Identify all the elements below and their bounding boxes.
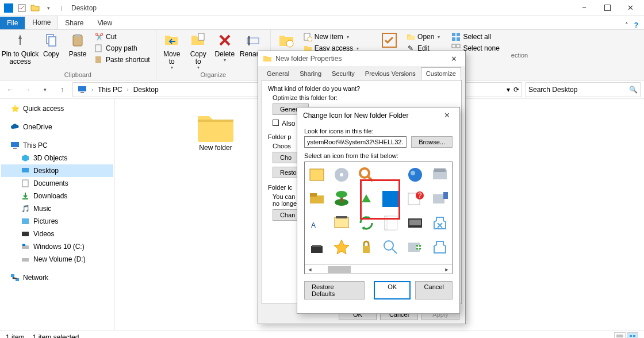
icondlg-cancel-button[interactable]: Cancel [415,281,453,299]
svg-rect-27 [22,180,28,187]
cut-button[interactable]: ✂️Cut [92,31,152,43]
tab-home[interactable]: Home [25,16,58,29]
icon-option[interactable] [307,164,327,185]
restore-defaults-button[interactable]: Restore Defaults [304,281,365,299]
paste-button[interactable]: Paste [66,31,90,58]
sb-label: Network [23,274,48,282]
back-button[interactable]: ← [3,83,17,97]
chevron-right-icon[interactable]: › [125,87,131,93]
icon-scrollbar[interactable]: ◄ ► [305,264,452,274]
search-input[interactable]: Search Desktop 🔍 [526,82,641,97]
icon-option[interactable] [430,237,450,258]
sidebar-thispc[interactable]: This PC [1,139,113,152]
recent-dropdown-icon[interactable]: ▾ [38,83,52,97]
svg-rect-9 [198,33,204,40]
tab-view[interactable]: View [90,17,119,29]
icon-path-input[interactable] [304,136,407,148]
select-all-button[interactable]: Select all [449,31,501,43]
svg-rect-7 [95,45,101,52]
pin-quick-access-button[interactable]: Pin to Quick access [3,31,37,66]
icon-option[interactable]: ? [405,189,425,209]
tab-share[interactable]: Share [58,17,90,29]
open-button[interactable]: Open▾ [404,31,442,43]
qat-separator: | [55,2,68,14]
sidebar-3d[interactable]: 3D Objects [1,152,113,164]
icon-option[interactable] [430,213,450,233]
tab-sharing[interactable]: Sharing [294,67,327,80]
choose-file-button[interactable]: Cho [273,152,299,163]
bc-dropdown-icon[interactable]: ▾ [507,86,510,94]
sidebar-downloads[interactable]: Downloads [1,190,113,202]
icon-option[interactable] [381,237,401,258]
also-checkbox[interactable] [273,120,279,126]
tab-customize[interactable]: Customize [421,67,461,80]
tab-general[interactable]: General [262,67,294,80]
help-icon[interactable]: ? [634,21,638,29]
scroll-left-icon[interactable]: ◄ [306,267,314,272]
new-item-button[interactable]: New item▾ [301,31,361,43]
icon-option[interactable] [307,189,327,209]
qat-dropdown-icon[interactable]: ▾ [42,2,55,14]
refresh-icon[interactable]: ⟳ [513,86,519,94]
bc-thispc[interactable]: This PC [95,86,125,94]
copy-button[interactable]: Copy [39,31,63,58]
sidebar-documents[interactable]: Documents [1,177,113,190]
close-icon[interactable]: ✕ [447,55,461,63]
select-all-icon [451,32,461,41]
copyto-button[interactable]: Copy to▾ [186,31,210,71]
icon-option[interactable] [332,237,352,258]
icon-option[interactable] [332,213,352,233]
icondlg-ok-button[interactable]: OK [374,281,411,299]
window-minimize[interactable]: − [573,0,596,16]
sidebar-network[interactable]: Network [1,271,113,284]
sidebar-onedrive[interactable]: OneDrive [1,121,113,133]
tab-security[interactable]: Security [327,67,360,80]
ribbon-collapse-icon[interactable]: ˄ [625,22,628,29]
icon-option[interactable] [307,237,327,258]
browse-button[interactable]: Browse... [411,136,453,148]
folder-item[interactable]: New folder [190,110,241,152]
delete-button[interactable]: Delete▾ [213,31,237,63]
icon-option[interactable] [405,213,425,233]
sidebar-desktop[interactable]: Desktop [1,164,113,177]
sidebar-videos[interactable]: Videos [1,228,113,240]
large-icons-view-icon[interactable] [627,332,638,339]
icon-option[interactable] [405,237,425,258]
icon-option[interactable] [356,237,376,258]
icon-option[interactable]: A [307,213,327,233]
bc-pc-icon[interactable] [75,85,89,94]
icon-option[interactable] [430,164,450,185]
tab-file[interactable]: File [0,17,25,29]
chevron-right-icon[interactable]: › [89,87,95,93]
svg-point-45 [411,171,415,175]
sidebar-pictures[interactable]: Pictures [1,215,113,228]
icon-option[interactable] [332,189,352,209]
sidebar-quick-access[interactable]: ⭐Quick access [1,102,113,115]
bc-desktop[interactable]: Desktop [131,86,161,94]
close-icon[interactable]: ✕ [440,111,454,120]
tab-previous[interactable]: Previous Versions [360,67,421,80]
window-close[interactable]: ✕ [619,0,642,16]
icon-option[interactable] [405,164,425,185]
copy-icon [42,31,60,49]
scroll-right-icon[interactable]: ► [443,267,451,272]
properties-cmd-button[interactable] [377,31,401,51]
sidebar-music[interactable]: 🎵Music [1,202,113,215]
sidebar-cdrive[interactable]: Windows 10 (C:) [1,240,113,253]
icon-grid[interactable]: ? A [304,162,453,274]
new-folder-button[interactable] [274,31,298,51]
scroll-thumb[interactable] [328,266,351,273]
icon-option[interactable] [430,189,450,209]
sb-label: Documents [33,179,68,187]
svg-rect-20 [452,44,455,48]
forward-button[interactable]: → [21,83,34,97]
paste-shortcut-button[interactable]: Paste shortcut [92,54,152,66]
qat-properties-icon[interactable] [16,2,28,14]
icon-option[interactable] [332,164,352,185]
moveto-button[interactable]: Move to▾ [160,31,184,71]
details-view-icon[interactable] [614,332,626,339]
copy-path-button[interactable]: Copy path [92,43,152,54]
window-maximize[interactable] [596,0,619,16]
sidebar-ddrive[interactable]: New Volume (D:) [1,253,113,266]
up-button[interactable]: ↑ [55,83,69,97]
